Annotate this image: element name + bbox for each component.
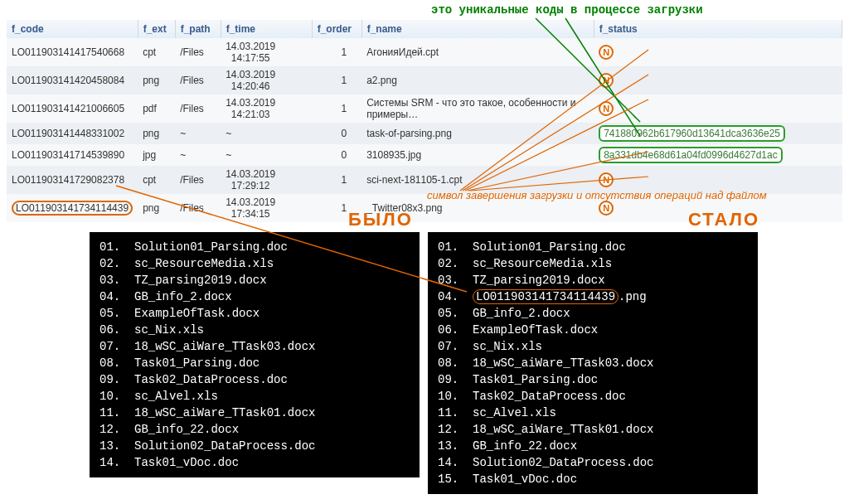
cell-ftime: 14.03.2019 17:34:15 <box>221 194 312 222</box>
cell-forder: 1 <box>312 38 361 66</box>
terminal-line: 02. sc_ResourceMedia.xls <box>99 255 410 272</box>
cell-fext: pdf <box>138 94 175 123</box>
cell-fcode: LO011903141421006605 <box>7 94 138 123</box>
terminal-line: 13. GB_info_22.docx <box>438 438 748 454</box>
cell-fstatus: 8a331db4e68d61a04fd0996d4627d1ac <box>594 144 842 166</box>
cell-fstatus: N <box>594 38 842 66</box>
cell-ftime: ~ <box>221 123 312 144</box>
cell-ftime: 14.03.2019 17:29:12 <box>221 166 312 194</box>
terminal-line: 09. Task02_DataProcess.doc <box>99 371 410 388</box>
cell-fpath: /Files <box>175 94 221 123</box>
table-row[interactable]: LO011903141417540668cpt/Files14.03.2019 … <box>7 38 842 66</box>
table-row[interactable]: LO011903141421006605pdf/Files14.03.2019 … <box>7 94 842 123</box>
cell-fext: cpt <box>138 166 175 194</box>
table-row[interactable]: LO011903141714539890jpg~~03108935.jpg8a3… <box>7 144 842 166</box>
terminal-line: 06. ExampleOfTask.docx <box>438 322 748 338</box>
col-fpath[interactable]: f_path <box>175 20 221 38</box>
terminal-line: 10. sc_Alvel.xls <box>99 388 410 405</box>
cell-fcode: LO011903141417540668 <box>7 38 138 66</box>
cell-fcode: LO011903141448331002 <box>7 123 138 144</box>
terminal-line: 07. sc_Nix.xls <box>438 338 748 355</box>
terminal-line: 07. 18_wSC_aiWare_TTask03.docx <box>99 338 410 355</box>
terminal-line: 02. sc_ResourceMedia.xls <box>438 255 748 272</box>
label-before: БЫЛО <box>348 209 413 230</box>
status-badge-n: N <box>599 73 614 88</box>
cell-forder: 1 <box>312 94 361 123</box>
cell-fpath: /Files <box>175 66 221 94</box>
status-badge-n: N <box>599 101 614 116</box>
cell-fpath: ~ <box>175 144 221 166</box>
cell-fname: 3108935.jpg <box>361 144 594 166</box>
cell-fpath: /Files <box>175 38 221 66</box>
col-fstatus[interactable]: f_status <box>594 20 842 38</box>
cell-fext: jpg <box>138 144 175 166</box>
cell-forder: 1 <box>312 66 361 94</box>
terminal-line: 09. Task01_Parsing.doc <box>438 371 748 388</box>
terminal-line: 14. Solution02_DataProcess.doc <box>438 454 748 471</box>
status-badge-n: N <box>599 172 614 187</box>
cell-ftime: 14.03.2019 14:20:46 <box>221 66 312 94</box>
cell-fext: png <box>138 123 175 144</box>
cell-fstatus: 741880962b617960d13641dca3636e25 <box>594 123 842 144</box>
annotation-unique-codes: это уникальные коды в процессе загрузки <box>431 3 703 17</box>
col-fext[interactable]: f_ext <box>138 20 175 38</box>
terminal-line: 01. Solution01_Parsing.doc <box>99 239 410 255</box>
table-row[interactable]: LO011903141448331002png~~0task-of-parsin… <box>7 123 842 144</box>
cell-fext: png <box>138 66 175 94</box>
col-forder[interactable]: f_order <box>312 20 361 38</box>
cell-fpath: ~ <box>175 123 221 144</box>
terminal-line: 15. Task01_vDoc.doc <box>438 471 748 487</box>
cell-fcode: LO011903141734114439 <box>7 194 138 222</box>
terminal-after: 01. Solution01_Parsing.doc02. sc_Resourc… <box>428 232 758 494</box>
status-hash: 741880962b617960d13641dca3636e25 <box>599 125 785 142</box>
cell-fcode: LO011903141729082378 <box>7 166 138 194</box>
cell-fcode: LO011903141420458084 <box>7 66 138 94</box>
cell-forder: 1 <box>312 166 361 194</box>
terminal-line: 06. sc_Nix.xls <box>99 322 410 338</box>
terminal-line: 08. Task01_Parsing.doc <box>99 355 410 371</box>
terminal-line: 12. 18_wSC_aiWare_TTask01.docx <box>438 421 748 438</box>
terminal-line: 08. 18_wSC_aiWare_TTask03.docx <box>438 355 748 371</box>
terminal-before: 01. Solution01_Parsing.doc02. sc_Resourc… <box>90 232 420 477</box>
status-hash: 8a331db4e68d61a04fd0996d4627d1ac <box>599 147 783 163</box>
col-fname[interactable]: f_name <box>361 20 594 38</box>
cell-fname: a2.png <box>361 66 594 94</box>
terminal-line: 04. LO011903141734114439.png <box>438 288 748 305</box>
cell-fpath: /Files <box>175 194 221 222</box>
terminal-line: 05. GB_info_2.docx <box>438 305 748 322</box>
annotation-symbol-meaning: символ завершения загрузки и отсутствия … <box>427 189 767 201</box>
cell-fstatus: N <box>594 94 842 123</box>
cell-fext: png <box>138 194 175 222</box>
cell-fname: АгонияИдей.cpt <box>361 38 594 66</box>
col-fcode[interactable]: f_code <box>7 20 138 38</box>
cell-ftime: ~ <box>221 144 312 166</box>
cell-fpath: /Files <box>175 166 221 194</box>
terminal-line: 03. TZ_parsing2019.docx <box>99 272 410 288</box>
terminal-line: 04. GB_info_2.docx <box>99 288 410 305</box>
terminal-line: 10. Task02_DataProcess.doc <box>438 388 748 405</box>
terminal-line: 12. GB_info_22.docx <box>99 421 410 438</box>
cell-fext: cpt <box>138 38 175 66</box>
terminal-line: 13. Solution02_DataProcess.doc <box>99 438 410 454</box>
terminal-line: 01. Solution01_Parsing.doc <box>438 239 748 255</box>
table-row[interactable]: LO011903141420458084png/Files14.03.2019 … <box>7 66 842 94</box>
terminal-line: 05. ExampleOfTask.docx <box>99 305 410 322</box>
terminal-line: 14. Task01_vDoc.doc <box>99 454 410 471</box>
col-ftime[interactable]: f_time <box>221 20 312 38</box>
cell-ftime: 14.03.2019 14:21:03 <box>221 94 312 123</box>
status-badge-n: N <box>599 45 614 60</box>
cell-fname: Системы SRM - что это такое, особенности… <box>361 94 594 123</box>
terminal-line: 11. 18_wSC_aiWare_TTask01.docx <box>99 405 410 421</box>
table-header-row: f_code f_ext f_path f_time f_order f_nam… <box>7 20 842 38</box>
cell-forder: 0 <box>312 123 361 144</box>
cell-fstatus: N <box>594 66 842 94</box>
terminal-line: 03. TZ_parsing2019.docx <box>438 272 748 288</box>
label-after: СТАЛО <box>688 209 759 230</box>
terminal-line: 11. sc_Alvel.xls <box>438 405 748 421</box>
status-badge-n: N <box>599 201 614 216</box>
cell-ftime: 14.03.2019 14:17:55 <box>221 38 312 66</box>
cell-fcode: LO011903141714539890 <box>7 144 138 166</box>
cell-fname: task-of-parsing.png <box>361 123 594 144</box>
cell-forder: 0 <box>312 144 361 166</box>
highlighted-filename: LO011903141734114439 <box>473 289 619 304</box>
